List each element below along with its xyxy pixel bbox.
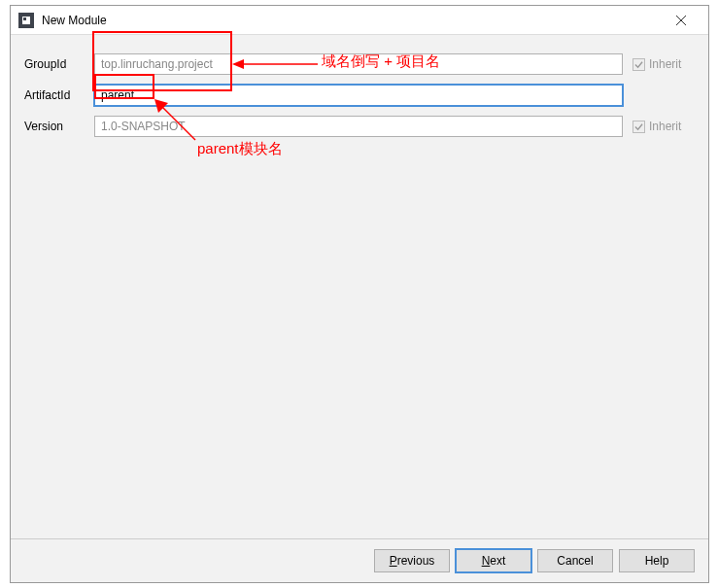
artifactid-label: ArtifactId — [24, 88, 94, 102]
groupid-row: GroupId Inherit — [24, 52, 695, 76]
groupid-input[interactable] — [94, 53, 623, 75]
annotation-text-bottom: parent模块名 — [197, 140, 283, 158]
checkbox-icon — [633, 58, 645, 71]
close-button[interactable] — [662, 7, 701, 34]
groupid-label: GroupId — [24, 57, 94, 71]
checkbox-icon — [633, 121, 645, 133]
artifactid-row: ArtifactId XX — [24, 84, 695, 107]
content-area: GroupId Inherit ArtifactId XX Version — [11, 35, 708, 538]
version-label: Version — [24, 120, 94, 133]
window-title: New Module — [42, 14, 662, 27]
groupid-inherit: Inherit — [633, 57, 695, 71]
dialog-window: New Module GroupId Inherit ArtifactId XX… — [10, 5, 709, 583]
app-icon — [18, 13, 34, 28]
svg-rect-1 — [23, 17, 26, 20]
titlebar: New Module — [11, 6, 708, 35]
version-inherit: Inherit — [633, 120, 695, 133]
version-row: Version Inherit — [24, 115, 695, 138]
button-bar: Previous Next Cancel Help — [11, 538, 708, 582]
inherit-label: Inherit — [649, 120, 681, 133]
next-button[interactable]: Next — [456, 549, 531, 572]
artifactid-input[interactable] — [94, 85, 623, 106]
version-input[interactable] — [94, 116, 623, 137]
previous-button[interactable]: Previous — [374, 549, 450, 572]
cancel-button[interactable]: Cancel — [537, 549, 613, 572]
help-button[interactable]: Help — [619, 549, 695, 572]
inherit-label: Inherit — [649, 57, 681, 71]
